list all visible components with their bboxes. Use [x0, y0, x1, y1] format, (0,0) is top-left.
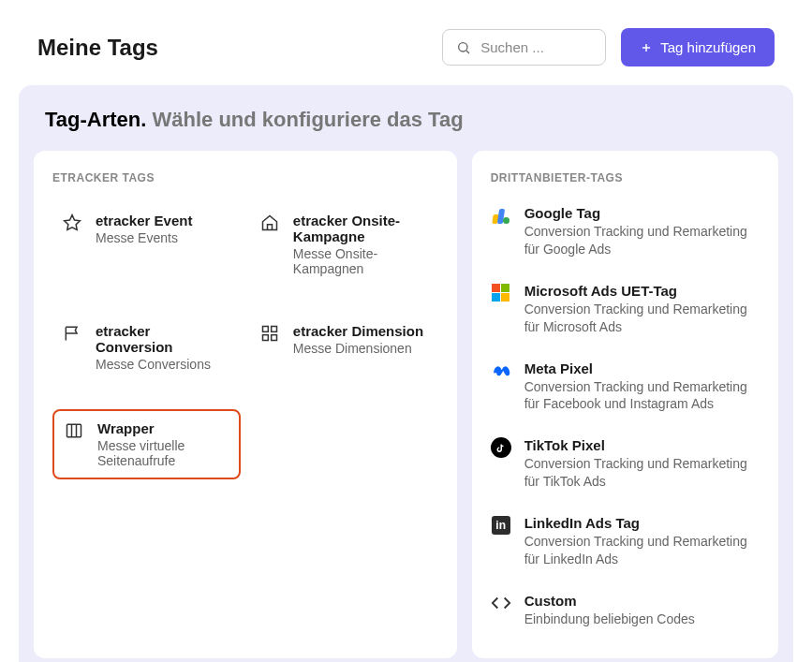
etracker-card: ETRACKER TAGS etracker Event Messe Event… [34, 151, 457, 658]
tag-title: etracker Event [96, 213, 231, 228]
thirdparty-list: Google Tag Conversion Tracking und Remar… [491, 203, 760, 630]
columns: ETRACKER TAGS etracker Event Messe Event… [19, 151, 793, 658]
tp-desc: Conversion Tracking und Remarketing für … [524, 378, 760, 414]
columns-icon [64, 420, 84, 441]
thirdparty-card: DRITTANBIETER-TAGS Google Tag Conversion… [472, 151, 778, 658]
svg-rect-7 [262, 335, 268, 341]
panel-title-strong: Tag-Arten. [45, 108, 146, 131]
google-icon [491, 205, 511, 226]
tag-desc: Messe Conversions [96, 357, 231, 372]
tag-item-conversion[interactable]: etracker Conversion Messe Conversions [52, 314, 241, 381]
tag-text: etracker Conversion Messe Conversions [96, 323, 231, 372]
tag-desc: Messe virtuelle Seitenaufrufe [97, 438, 229, 468]
tag-title: etracker Onsite-Kampagne [293, 213, 429, 244]
tag-title: etracker Dimension [293, 323, 429, 339]
tp-text: TikTok Pixel Conversion Tracking und Rem… [524, 437, 760, 491]
add-tag-label: Tag hinzufügen [660, 39, 756, 55]
tag-item-dimension[interactable]: etracker Dimension Messe Dimensionen [250, 314, 438, 381]
svg-point-0 [459, 42, 467, 51]
tag-desc: Messe Dimensionen [293, 341, 429, 356]
tag-desc: Messe Events [96, 230, 231, 245]
svg-rect-9 [67, 424, 81, 436]
tag-title: etracker Conversion [96, 323, 231, 355]
tag-text: etracker Onsite-Kampagne Messe Onsite-Ka… [293, 213, 429, 276]
microsoft-icon [491, 283, 511, 303]
tp-item-microsoft[interactable]: Microsoft Ads UET-Tag Conversion Trackin… [491, 281, 760, 338]
flag-icon [62, 323, 82, 344]
tp-desc: Conversion Tracking und Remarketing für … [524, 455, 760, 491]
page-header: Meine Tags Tag hinzufügen [0, 0, 812, 85]
tag-item-onsite-kampagne[interactable]: etracker Onsite-Kampagne Messe Onsite-Ka… [250, 203, 438, 286]
tp-item-tiktok[interactable]: TikTok Pixel Conversion Tracking und Rem… [491, 435, 760, 493]
tp-text: Meta Pixel Conversion Tracking und Remar… [524, 360, 760, 414]
svg-rect-5 [262, 327, 268, 332]
tp-title: Meta Pixel [524, 360, 760, 376]
tp-title: Custom [524, 593, 760, 609]
page-title: Meine Tags [37, 35, 158, 61]
meta-icon [491, 360, 511, 381]
tag-text: etracker Dimension Messe Dimensionen [293, 323, 429, 356]
tp-title: Microsoft Ads UET-Tag [524, 283, 760, 299]
tp-title: Google Tag [524, 205, 760, 221]
svg-rect-6 [271, 327, 276, 332]
search-box[interactable] [442, 29, 606, 66]
tp-title: TikTok Pixel [524, 437, 760, 453]
tp-desc: Conversion Tracking und Remarketing für … [524, 301, 760, 336]
code-icon [491, 593, 511, 613]
tag-item-event[interactable]: etracker Event Messe Events [52, 203, 241, 286]
etracker-section-title: ETRACKER TAGS [52, 171, 438, 184]
svg-line-1 [466, 51, 469, 53]
svg-rect-8 [271, 335, 276, 341]
tp-desc: Conversion Tracking und Remarketing für … [524, 533, 760, 568]
plus-icon [640, 41, 653, 54]
main-panel: Tag-Arten. Wähle und konfiguriere das Ta… [19, 85, 793, 662]
tp-text: Microsoft Ads UET-Tag Conversion Trackin… [524, 283, 760, 336]
linkedin-icon: in [491, 515, 511, 536]
tp-desc: Einbindung beliebigen Codes [524, 611, 760, 628]
tp-text: Google Tag Conversion Tracking und Remar… [524, 205, 760, 258]
tp-desc: Conversion Tracking und Remarketing für … [524, 223, 760, 258]
tag-item-wrapper[interactable]: Wrapper Messe virtuelle Seitenaufrufe [52, 409, 241, 479]
panel-header: Tag-Arten. Wähle und konfiguriere das Ta… [19, 108, 793, 151]
search-icon [456, 40, 471, 55]
star-icon [62, 213, 82, 233]
tp-item-google[interactable]: Google Tag Conversion Tracking und Remar… [491, 203, 760, 260]
tp-item-linkedin[interactable]: in LinkedIn Ads Tag Conversion Tracking … [491, 513, 760, 570]
tag-title: Wrapper [97, 420, 229, 436]
tag-desc: Messe Onsite-Kampagnen [293, 246, 429, 276]
thirdparty-section-title: DRITTANBIETER-TAGS [491, 171, 760, 184]
etracker-grid: etracker Event Messe Events etracker Ons… [52, 203, 438, 479]
tag-text: etracker Event Messe Events [96, 213, 231, 245]
tiktok-icon [491, 437, 511, 458]
tp-item-meta[interactable]: Meta Pixel Conversion Tracking und Remar… [491, 359, 760, 416]
svg-marker-4 [65, 215, 81, 230]
tp-text: LinkedIn Ads Tag Conversion Tracking und… [524, 515, 760, 568]
search-input[interactable] [480, 39, 592, 55]
grid-icon [259, 323, 280, 344]
tp-text: Custom Einbindung beliebigen Codes [524, 593, 760, 628]
tp-title: LinkedIn Ads Tag [524, 515, 760, 531]
add-tag-button[interactable]: Tag hinzufügen [621, 28, 775, 66]
header-actions: Tag hinzufügen [442, 28, 775, 66]
house-icon [259, 213, 280, 233]
tp-item-custom[interactable]: Custom Einbindung beliebigen Codes [491, 591, 760, 630]
tag-text: Wrapper Messe virtuelle Seitenaufrufe [97, 420, 229, 468]
panel-title-light: Wähle und konfiguriere das Tag [153, 108, 464, 131]
